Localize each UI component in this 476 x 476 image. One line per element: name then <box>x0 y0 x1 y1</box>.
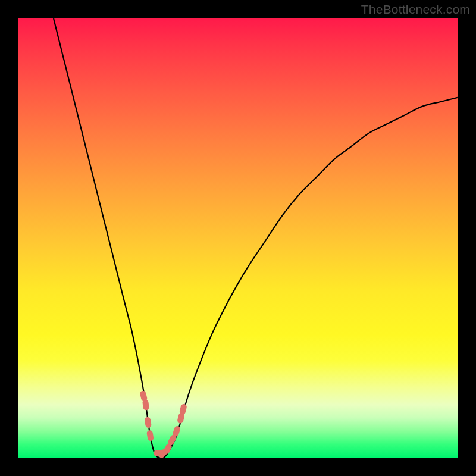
bottleneck-curve-svg <box>18 18 458 458</box>
highlight-pill <box>142 399 149 411</box>
watermark-text: TheBottleneck.com <box>361 2 470 17</box>
highlight-pill <box>144 416 152 428</box>
chart-plot-area <box>18 18 458 458</box>
bottleneck-curve <box>54 18 458 458</box>
chart-frame: TheBottleneck.com <box>0 0 476 476</box>
highlight-right-cluster <box>154 403 187 458</box>
highlight-pill <box>146 430 154 441</box>
